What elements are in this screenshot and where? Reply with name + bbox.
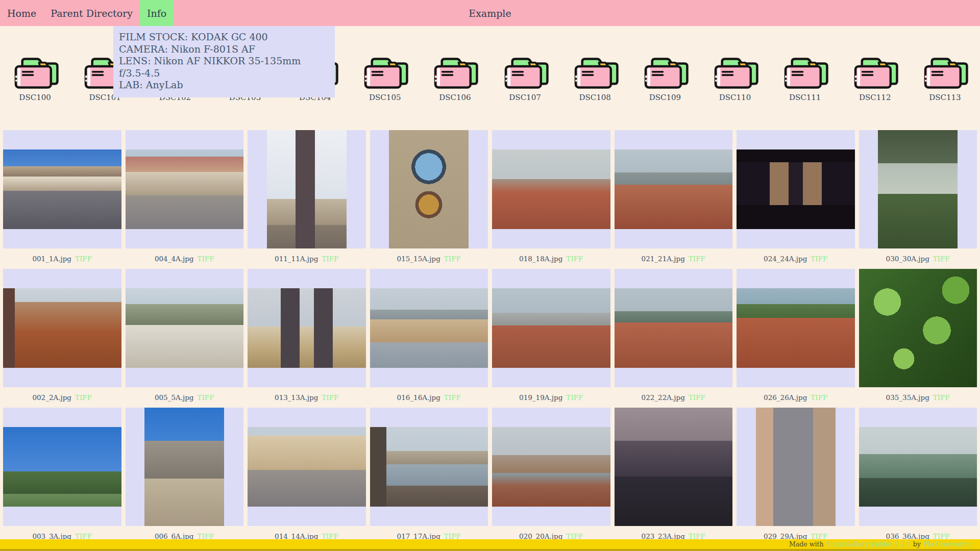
photo-filename[interactable]: 016_16A.jpg	[397, 393, 440, 402]
photo-thumbnail[interactable]	[737, 269, 855, 387]
photo-filename[interactable]: 019_19A.jpg	[519, 393, 562, 402]
footer-author-link[interactable]: Flo Greistorfer.	[923, 540, 973, 548]
tiff-link[interactable]: TIFF	[689, 393, 705, 402]
photo-filename[interactable]: 035_35A.jpg	[886, 393, 929, 402]
photo-filename[interactable]: 004_4A.jpg	[155, 255, 194, 263]
photo-thumbnail[interactable]	[3, 269, 121, 387]
folder-item-dsc111[interactable]: DSC111	[770, 26, 840, 110]
photo-thumbnail[interactable]	[126, 130, 244, 248]
photo-thumbnail[interactable]	[737, 408, 855, 526]
photo-item[interactable]: 013_13A.jpgTIFF	[248, 269, 366, 408]
folder-item-dsc107[interactable]: DSC107	[490, 26, 560, 110]
photo-thumbnail[interactable]	[248, 269, 366, 387]
photo-thumbnail[interactable]	[859, 269, 977, 387]
photo-thumbnail[interactable]	[492, 269, 610, 387]
photo-thumbnail[interactable]	[492, 130, 610, 248]
tiff-link[interactable]: TIFF	[566, 255, 583, 263]
photo-item[interactable]: 022_22A.jpgTIFF	[615, 269, 733, 408]
photo-item[interactable]: 021_21A.jpgTIFF	[615, 130, 733, 269]
photo-thumbnail[interactable]	[126, 408, 244, 526]
tiff-link[interactable]: TIFF	[444, 393, 461, 402]
tiff-link[interactable]: TIFF	[198, 255, 214, 263]
photo-item[interactable]: 002_2A.jpgTIFF	[3, 269, 121, 408]
tiff-link[interactable]: TIFF	[322, 393, 338, 402]
photo-image	[737, 149, 855, 229]
tiff-link[interactable]: TIFF	[811, 393, 827, 402]
tiff-link[interactable]: TIFF	[811, 255, 827, 263]
photo-thumbnail[interactable]	[615, 408, 733, 526]
photo-item[interactable]: 004_4A.jpgTIFF	[126, 130, 244, 269]
photo-item[interactable]: 019_19A.jpgTIFF	[492, 269, 610, 408]
folder-item-dsc113[interactable]: DSC113	[910, 26, 980, 110]
photo-thumbnail[interactable]	[859, 408, 977, 526]
photo-thumbnail[interactable]	[859, 130, 977, 248]
photo-thumbnail[interactable]	[248, 130, 366, 248]
tiff-link[interactable]: TIFF	[198, 393, 214, 402]
photo-item[interactable]: 014_14A.jpgTIFF	[248, 408, 366, 546]
photo-image	[370, 288, 488, 368]
photo-filename[interactable]: 022_22A.jpg	[642, 393, 685, 402]
tiff-link[interactable]: TIFF	[933, 393, 950, 402]
photo-thumbnail[interactable]	[615, 130, 733, 248]
photo-filename[interactable]: 005_5A.jpg	[155, 393, 194, 402]
photo-filename[interactable]: 015_15A.jpg	[397, 255, 440, 263]
photo-thumbnail[interactable]	[248, 408, 366, 526]
photo-item[interactable]: 036_36A.jpgTIFF	[859, 408, 977, 546]
photo-thumbnail[interactable]	[126, 269, 244, 387]
photo-filename[interactable]: 026_26A.jpg	[764, 393, 807, 402]
photo-item[interactable]: 003_3A.jpgTIFF	[3, 408, 121, 546]
photo-image	[126, 288, 244, 368]
folder-item-dsc109[interactable]: DSC109	[630, 26, 700, 110]
photo-thumbnail[interactable]	[370, 130, 488, 248]
nav-item-parent-directory[interactable]: Parent Directory	[43, 0, 140, 26]
photo-item[interactable]: 029_29A.jpgTIFF	[737, 408, 855, 546]
photo-item[interactable]: 023_23A.jpgTIFF	[615, 408, 733, 546]
photo-thumbnail[interactable]	[3, 408, 121, 526]
photo-thumbnail[interactable]	[615, 269, 733, 387]
photo-item[interactable]: 006_6A.jpgTIFF	[126, 408, 244, 546]
photo-item[interactable]: 015_15A.jpgTIFF	[370, 130, 488, 269]
folder-item-dsc105[interactable]: DSC105	[350, 26, 420, 110]
folder-item-dsc112[interactable]: DSC112	[840, 26, 910, 110]
photo-thumbnail[interactable]	[370, 269, 488, 387]
nav-item-home[interactable]: Home	[0, 0, 43, 26]
footer-by-text: by	[913, 540, 921, 548]
photo-item[interactable]: 024_24A.jpgTIFF	[737, 130, 855, 269]
folder-item-dsc110[interactable]: DSC110	[700, 26, 770, 110]
photo-thumbnail[interactable]	[370, 408, 488, 526]
photo-item[interactable]: 035_35A.jpgTIFF	[859, 269, 977, 408]
photo-thumbnail[interactable]	[737, 130, 855, 248]
photo-item[interactable]: 001_1A.jpgTIFF	[3, 130, 121, 269]
photo-filename[interactable]: 013_13A.jpg	[275, 393, 318, 402]
photo-item[interactable]: 018_18A.jpgTIFF	[492, 130, 610, 269]
photo-filename[interactable]: 018_18A.jpg	[519, 255, 562, 263]
photo-filename[interactable]: 011_11A.jpg	[275, 255, 318, 263]
photo-filename[interactable]: 001_1A.jpg	[32, 255, 71, 263]
photo-thumbnail[interactable]	[492, 408, 610, 526]
nav-item-info[interactable]: Info	[140, 0, 174, 26]
photo-item[interactable]: 026_26A.jpgTIFF	[737, 269, 855, 408]
photo-item[interactable]: 030_30A.jpgTIFF	[859, 130, 977, 269]
tiff-link[interactable]: TIFF	[322, 255, 338, 263]
photo-filename[interactable]: 024_24A.jpg	[764, 255, 807, 263]
tiff-link[interactable]: TIFF	[75, 393, 92, 402]
tiff-link[interactable]: TIFF	[933, 255, 950, 263]
photo-filename[interactable]: 030_30A.jpg	[886, 255, 929, 263]
tiff-link[interactable]: TIFF	[444, 255, 461, 263]
photo-item[interactable]: 011_11A.jpgTIFF	[248, 130, 366, 269]
photo-filename[interactable]: 021_21A.jpg	[642, 255, 685, 263]
photo-item[interactable]: 017_17A.jpgTIFF	[370, 408, 488, 546]
folder-item-dsc108[interactable]: DSC108	[560, 26, 630, 110]
tiff-link[interactable]: TIFF	[689, 255, 705, 263]
photo-item[interactable]: 005_5A.jpgTIFF	[126, 269, 244, 408]
photo-thumbnail[interactable]	[3, 130, 121, 248]
photo-item[interactable]: 020_20A.jpgTIFF	[492, 408, 610, 546]
folder-item-dsc106[interactable]: DSC106	[420, 26, 490, 110]
footer-tool-link[interactable]: StaticGalleryBuilder 2.2.3	[826, 540, 911, 548]
tiff-link[interactable]: TIFF	[566, 393, 583, 402]
tiff-link[interactable]: TIFF	[75, 255, 92, 263]
photo-grid: 001_1A.jpgTIFF 004_4A.jpgTIFF 011_11A.jp…	[0, 130, 980, 546]
photo-filename[interactable]: 002_2A.jpg	[32, 393, 71, 402]
folder-item-dsc100[interactable]: DSC100	[0, 26, 70, 110]
photo-item[interactable]: 016_16A.jpgTIFF	[370, 269, 488, 408]
